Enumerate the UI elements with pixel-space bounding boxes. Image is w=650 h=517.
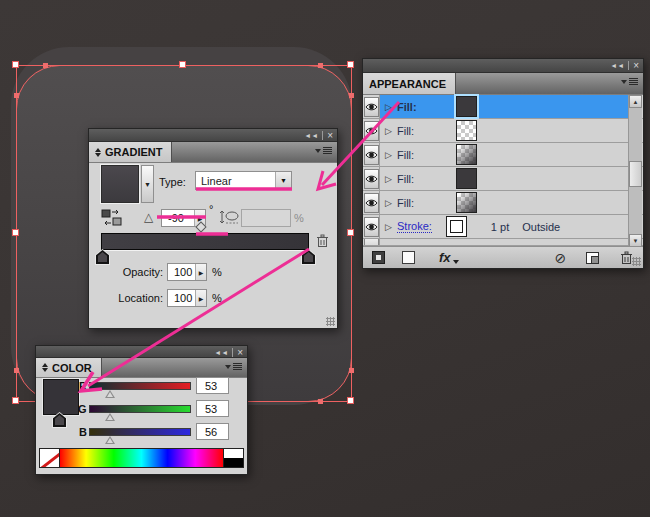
- fill-swatch-white[interactable]: [456, 120, 477, 141]
- add-new-fill-button[interactable]: [402, 251, 415, 264]
- visibility-eye-icon[interactable]: [364, 121, 379, 141]
- collapse-panel-icon[interactable]: ◄◄: [304, 132, 318, 139]
- green-slider[interactable]: [89, 405, 191, 413]
- none-color-swatch[interactable]: [40, 449, 60, 467]
- bbox-handle-top-right[interactable]: [347, 61, 354, 68]
- close-panel-icon[interactable]: ×: [633, 61, 639, 71]
- green-value-field[interactable]: 53: [196, 400, 229, 417]
- tab-appearance-label: APPEARANCE: [369, 78, 446, 90]
- percent-symbol: %: [212, 292, 222, 304]
- gradient-stop-left[interactable]: [95, 249, 110, 265]
- white-black-swatches[interactable]: [223, 449, 243, 467]
- reverse-gradient-icon[interactable]: [101, 209, 123, 227]
- add-new-effect-button[interactable]: fx: [439, 250, 459, 265]
- tab-gradient-label: GRADIENT: [105, 146, 162, 158]
- add-new-stroke-button[interactable]: [372, 251, 385, 264]
- red-slider-thumb[interactable]: [105, 390, 115, 398]
- bbox-handle-top-left[interactable]: [12, 61, 19, 68]
- bbox-handle-top-center[interactable]: [179, 61, 186, 68]
- panel-resize-grip[interactable]: [326, 317, 335, 326]
- appearance-panel-menu-icon[interactable]: [621, 78, 638, 85]
- anchor-point[interactable]: [14, 93, 19, 98]
- appearance-panel-titlebar: ◄◄ ×: [363, 59, 643, 73]
- spinner-icon[interactable]: ▶: [195, 290, 206, 306]
- disclosure-triangle-icon[interactable]: ▷: [385, 102, 397, 112]
- gradient-type-select[interactable]: Linear ▼: [195, 171, 292, 190]
- color-spectrum-bar[interactable]: [39, 448, 244, 468]
- tab-gradient[interactable]: GRADIENT: [89, 142, 172, 162]
- spectrum-gradient[interactable]: [60, 449, 223, 467]
- bbox-handle-bottom-right[interactable]: [347, 397, 354, 404]
- appearance-scrollbar[interactable]: ▲ ▼: [628, 95, 642, 247]
- gradient-tab-row: GRADIENT: [89, 142, 337, 163]
- blue-value-field[interactable]: 56: [196, 423, 229, 440]
- location-field[interactable]: 100 ▶: [167, 289, 207, 307]
- opacity-field[interactable]: 100 ▶: [167, 263, 207, 281]
- gradient-slider-bar[interactable]: [101, 233, 309, 250]
- visibility-eye-icon[interactable]: [364, 97, 379, 117]
- clear-appearance-button[interactable]: ⊘: [555, 251, 567, 265]
- appearance-row-fill-3[interactable]: ▷ Fill:: [363, 143, 643, 167]
- gradient-fill-swatch[interactable]: [101, 165, 139, 203]
- active-gradient-stop-icon: [52, 412, 67, 428]
- visibility-eye-icon[interactable]: [364, 169, 379, 189]
- blue-slider-thumb[interactable]: [105, 436, 115, 444]
- fill-swatch-dark[interactable]: [456, 96, 477, 117]
- fill-swatch-gradient[interactable]: [456, 144, 477, 165]
- gradient-swatch-dropdown[interactable]: ▼: [141, 165, 154, 203]
- current-color-swatch[interactable]: [43, 379, 79, 415]
- anchor-point[interactable]: [318, 63, 323, 68]
- panel-resize-grip[interactable]: [632, 257, 641, 266]
- disclosure-triangle-icon[interactable]: ▷: [385, 150, 397, 160]
- spinner-icon[interactable]: ▶: [195, 264, 206, 280]
- appearance-row-fill-5[interactable]: ▷ Fill:: [363, 191, 643, 215]
- stroke-swatch[interactable]: [446, 216, 467, 237]
- red-value-field[interactable]: 53: [196, 377, 229, 394]
- gradient-angle-icon: △: [144, 210, 153, 224]
- tab-appearance[interactable]: APPEARANCE: [363, 73, 456, 94]
- appearance-row-stroke[interactable]: ▷ Stroke: 1 pt Outside: [363, 215, 643, 239]
- fill-swatch-gradient[interactable]: [456, 192, 477, 213]
- visibility-eye-icon[interactable]: [364, 193, 379, 213]
- anchor-point[interactable]: [349, 368, 354, 373]
- appearance-row-fill-2[interactable]: ▷ Fill:: [363, 119, 643, 143]
- black-swatch[interactable]: [224, 458, 243, 467]
- channel-label-r: R: [79, 380, 87, 392]
- tab-color[interactable]: COLOR: [36, 358, 102, 377]
- anchor-point[interactable]: [318, 399, 323, 404]
- scrollbar-thumb[interactable]: [629, 161, 642, 187]
- visibility-eye-icon[interactable]: [364, 217, 379, 237]
- bbox-handle-mid-right[interactable]: [347, 229, 354, 236]
- appearance-row-fill-4[interactable]: ▷ Fill:: [363, 167, 643, 191]
- red-slider[interactable]: [89, 382, 191, 390]
- anchor-point[interactable]: [14, 368, 19, 373]
- channel-label-b: B: [79, 426, 87, 438]
- collapse-panel-icon[interactable]: ◄◄: [214, 349, 228, 356]
- disclosure-triangle-icon[interactable]: ▷: [385, 126, 397, 136]
- disclosure-triangle-icon[interactable]: ▷: [385, 222, 397, 232]
- white-swatch[interactable]: [224, 449, 243, 458]
- color-panel-menu-icon[interactable]: [225, 363, 242, 370]
- gradient-panel-menu-icon[interactable]: [315, 147, 332, 154]
- close-panel-icon[interactable]: ×: [237, 348, 243, 358]
- anchor-point[interactable]: [349, 93, 354, 98]
- fill-swatch-dark[interactable]: [456, 168, 477, 189]
- collapse-panel-icon[interactable]: ◄◄: [610, 62, 624, 69]
- visibility-eye-icon[interactable]: [364, 145, 379, 165]
- disclosure-triangle-icon[interactable]: ▷: [385, 198, 397, 208]
- green-slider-thumb[interactable]: [105, 413, 115, 421]
- anchor-point[interactable]: [43, 63, 48, 68]
- close-panel-icon[interactable]: ×: [327, 131, 333, 141]
- disclosure-triangle-icon[interactable]: ▷: [385, 174, 397, 184]
- duplicate-item-button[interactable]: [586, 252, 599, 264]
- stroke-link[interactable]: Stroke:: [397, 220, 432, 233]
- bbox-handle-mid-left[interactable]: [12, 229, 19, 236]
- bbox-handle-bottom-left[interactable]: [12, 397, 19, 404]
- scroll-up-button[interactable]: ▲: [629, 95, 642, 108]
- blue-slider[interactable]: [89, 428, 191, 436]
- delete-stop-trash-icon[interactable]: [316, 234, 329, 248]
- appearance-row-partial: [363, 239, 643, 246]
- appearance-row-fill-1[interactable]: ▷ Fill:: [363, 95, 643, 119]
- gradient-stop-right[interactable]: [301, 249, 316, 265]
- appearance-toolbar: fx ⊘: [363, 246, 643, 268]
